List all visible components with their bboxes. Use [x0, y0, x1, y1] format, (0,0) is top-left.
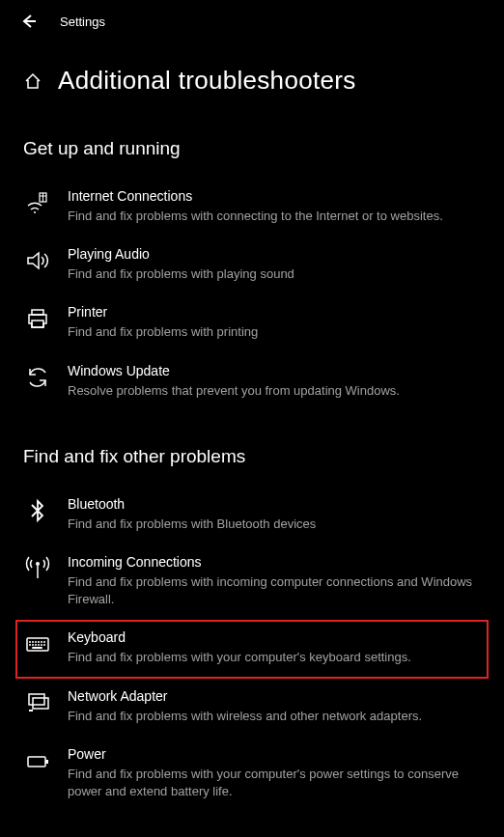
page-title-row: Additional troubleshooters: [0, 42, 504, 103]
item-content: Internet Connections Find and fix proble…: [68, 188, 479, 225]
section-get-up-running: Get up and running Internet Connections …: [0, 138, 504, 411]
item-title: Internet Connections: [68, 188, 479, 204]
item-title: Playing Audio: [68, 246, 479, 262]
item-title: Bluetooth: [68, 496, 479, 512]
item-content: Windows Update Resolve problems that pre…: [68, 363, 479, 400]
svg-point-4: [36, 562, 40, 566]
item-desc: Find and fix problems with Bluetooth dev…: [68, 516, 479, 533]
speaker-icon: [25, 248, 50, 273]
troubleshooter-bluetooth[interactable]: Bluetooth Find and fix problems with Blu…: [23, 487, 481, 544]
item-desc: Find and fix problems with printing: [68, 323, 479, 341]
svg-point-0: [34, 211, 36, 213]
home-icon[interactable]: [23, 71, 42, 91]
item-content: Playing Audio Find and fix problems with…: [68, 246, 479, 283]
troubleshooter-keyboard[interactable]: Keyboard Find and fix problems with your…: [15, 620, 489, 678]
svg-rect-7: [33, 698, 48, 709]
item-content: Bluetooth Find and fix problems with Blu…: [68, 496, 479, 533]
back-arrow-icon[interactable]: [19, 13, 37, 30]
troubleshooter-power[interactable]: Power Find and fix problems with your co…: [23, 737, 481, 812]
item-content: Incoming Connections Find and fix proble…: [68, 554, 479, 608]
app-name: Settings: [60, 14, 105, 29]
item-title: Network Adapter: [68, 688, 479, 704]
item-desc: Find and fix problems with your computer…: [68, 649, 479, 666]
item-title: Printer: [68, 304, 479, 320]
item-content: Power Find and fix problems with your co…: [68, 746, 479, 800]
item-desc: Resolve problems that prevent you from u…: [68, 382, 479, 400]
svg-rect-6: [29, 694, 44, 705]
troubleshooter-printer[interactable]: Printer Find and fix problems with print…: [23, 294, 481, 352]
item-content: Keyboard Find and fix problems with your…: [68, 629, 479, 666]
item-title: Power: [68, 746, 479, 762]
wifi-globe-icon: [25, 190, 50, 215]
bluetooth-icon: [25, 498, 50, 523]
keyboard-icon: [25, 631, 50, 656]
section-other-problems: Find and fix other problems Bluetooth Fi…: [0, 446, 504, 812]
item-title: Windows Update: [68, 363, 479, 378]
section-title: Find and fix other problems: [23, 446, 481, 467]
header-bar: Settings: [0, 0, 504, 42]
troubleshooter-network-adapter[interactable]: Network Adapter Find and fix problems wi…: [23, 679, 481, 737]
section-title: Get up and running: [23, 138, 481, 159]
item-desc: Find and fix problems with wireless and …: [68, 708, 479, 725]
item-content: Printer Find and fix problems with print…: [68, 304, 479, 341]
svg-rect-8: [28, 757, 45, 767]
item-desc: Find and fix problems with connecting to…: [68, 208, 479, 225]
page-title: Additional troubleshooters: [58, 66, 355, 96]
troubleshooter-playing-audio[interactable]: Playing Audio Find and fix problems with…: [23, 237, 481, 294]
printer-icon: [25, 306, 50, 331]
item-desc: Find and fix problems with playing sound: [68, 265, 479, 283]
item-title: Keyboard: [68, 629, 479, 645]
sync-icon: [25, 365, 50, 390]
network-adapter-icon: [25, 690, 50, 715]
item-desc: Find and fix problems with incoming comp…: [68, 573, 479, 608]
troubleshooter-incoming-connections[interactable]: Incoming Connections Find and fix proble…: [23, 544, 481, 620]
battery-icon: [25, 748, 50, 773]
troubleshooter-internet-connections[interactable]: Internet Connections Find and fix proble…: [23, 179, 481, 237]
antenna-icon: [25, 556, 50, 581]
svg-rect-9: [45, 760, 48, 764]
troubleshooter-windows-update[interactable]: Windows Update Resolve problems that pre…: [23, 353, 481, 411]
item-content: Network Adapter Find and fix problems wi…: [68, 688, 479, 725]
item-title: Incoming Connections: [68, 554, 479, 570]
item-desc: Find and fix problems with your computer…: [68, 766, 479, 800]
svg-rect-3: [32, 321, 43, 327]
